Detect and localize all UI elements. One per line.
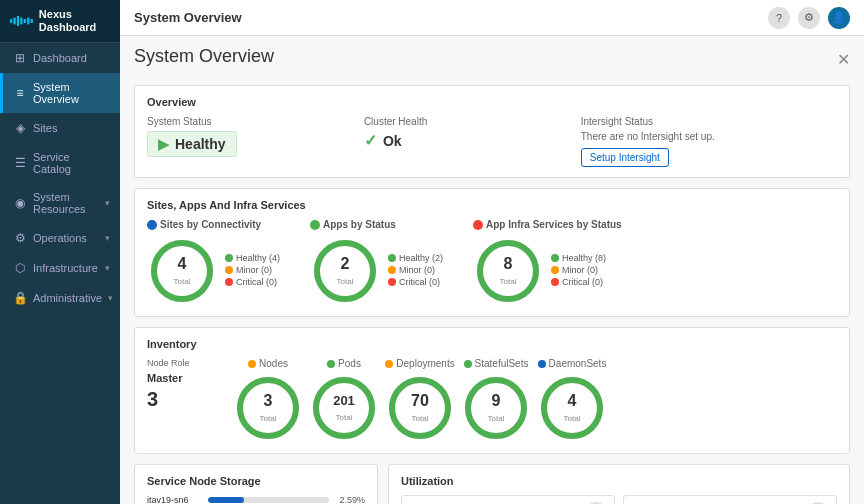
apps-donut-label: Apps by Status: [310, 219, 443, 230]
nodes-donut-wrap: 3 Total: [233, 373, 303, 443]
deployments-sublabel: Total: [412, 414, 429, 423]
header-icons: ? ⚙ 👤: [768, 7, 850, 29]
user-button[interactable]: 👤: [828, 7, 850, 29]
system-status-col: System Status ▶ Healthy: [147, 116, 364, 167]
sidebar-item-dashboard[interactable]: ⊞ Dashboard: [0, 43, 120, 73]
deployments-number: 70: [411, 391, 429, 410]
deployments-col: Deployments 70 Total: [385, 358, 455, 443]
sites-donut-sublabel: Total: [174, 277, 191, 286]
page-title: System Overview: [134, 46, 274, 67]
bottom-row: Service Node Storage itav19-sn6 2.59% it…: [134, 464, 850, 504]
inventory-section: Inventory Node Role Master 3 Nodes: [134, 327, 850, 454]
legend-healthy-sites: Healthy (4): [225, 253, 280, 263]
sidebar-item-system-overview[interactable]: ≡ System Overview: [0, 73, 120, 113]
storage-row-0: itav19-sn6 2.59%: [147, 495, 365, 504]
deployments-indicator-icon: [385, 360, 393, 368]
pods-donut-center: 201 Total: [333, 393, 355, 423]
administrative-icon: 🔒: [13, 291, 27, 305]
header-title: System Overview: [134, 10, 242, 25]
daemonsets-donut-center: 4 Total: [564, 391, 581, 425]
legend-healthy-apps: Healthy (2): [388, 253, 443, 263]
healthy-dot-icon: ▶: [158, 136, 169, 152]
minor-indicator-apps-icon: [388, 266, 396, 274]
overview-section-title: Overview: [147, 96, 837, 108]
sidebar-item-sites[interactable]: ◈ Sites: [0, 113, 120, 143]
sites-legend: Healthy (4) Minor (0) Critical (0): [225, 253, 280, 289]
pods-number: 201: [333, 393, 355, 409]
infra-donut-number: 8: [500, 254, 517, 273]
setup-intersight-button[interactable]: Setup Intersight: [581, 148, 669, 167]
critical-indicator-infra-icon: [551, 278, 559, 286]
storage-name-0: itav19-sn6: [147, 495, 202, 504]
daemonsets-number: 4: [564, 391, 581, 410]
inventory-title: Inventory: [147, 338, 837, 350]
legend-critical-sites: Critical (0): [225, 277, 280, 287]
sidebar-item-service-catalog[interactable]: ☰ Service Catalog: [0, 143, 120, 183]
sidebar-item-administrative[interactable]: 🔒 Administrative ▾: [0, 283, 120, 313]
content-area: System Overview ✕ Overview System Status…: [120, 36, 864, 504]
sidebar-item-infrastructure[interactable]: ⬡ Infrastructure ▾: [0, 253, 120, 283]
infra-legend: Healthy (8) Minor (0) Critical (0): [551, 253, 606, 289]
infra-indicator-icon: [473, 220, 483, 230]
system-overview-icon: ≡: [13, 86, 27, 100]
infra-donut-item: 8 Total Healthy (8) Minor (0): [473, 236, 622, 306]
pods-sublabel: Total: [336, 413, 353, 422]
pods-indicator-icon: [327, 360, 335, 368]
overview-section: Overview System Status ▶ Healthy Cluster…: [134, 85, 850, 178]
apps-indicator-icon: [310, 220, 320, 230]
settings-button[interactable]: ⚙: [798, 7, 820, 29]
deployments-donut-center: 70 Total: [411, 391, 429, 425]
app-name: Nexus Dashboard: [39, 8, 110, 34]
help-button[interactable]: ?: [768, 7, 790, 29]
intersight-label: Intersight Status: [581, 116, 817, 127]
sidebar-item-operations[interactable]: ⚙ Operations ▾: [0, 223, 120, 253]
header: System Overview ? ⚙ 👤: [120, 0, 864, 36]
legend-healthy-infra: Healthy (8): [551, 253, 606, 263]
sidebar-label-administrative: Administrative: [33, 292, 102, 304]
daemonsets-label: DaemonSets: [549, 358, 607, 369]
storage-section: Service Node Storage itav19-sn6 2.59% it…: [134, 464, 378, 504]
cluster-health-col: Cluster Health ✓ Ok: [364, 116, 581, 167]
nodes-sublabel: Total: [260, 414, 277, 423]
daemonsets-sublabel: Total: [564, 414, 581, 423]
statefulsets-col: StatefulSets 9 Total: [461, 358, 531, 443]
system-status-badge: ▶ Healthy: [147, 131, 237, 157]
intersight-col: Intersight Status There are no Intersigh…: [581, 116, 837, 167]
svg-rect-6: [31, 19, 33, 23]
legend-minor-infra: Minor (0): [551, 265, 606, 275]
pods-label: Pods: [338, 358, 361, 369]
sites-donut-wrap: 4 Total: [147, 236, 217, 306]
utilization-title: Utilization: [401, 475, 837, 487]
nodes-indicator-icon: [248, 360, 256, 368]
sites-donut-label: Sites by Connectivity: [147, 219, 280, 230]
legend-critical-apps: Critical (0): [388, 277, 443, 287]
legend-minor-sites: Minor (0): [225, 265, 280, 275]
apps-donut-wrap: 2 Total: [310, 236, 380, 306]
nodes-col: Nodes 3 Total: [233, 358, 303, 443]
svg-rect-0: [10, 19, 12, 23]
sidebar-item-system-resources[interactable]: ◉ System Resources ▾: [0, 183, 120, 223]
sites-by-connectivity-group: Sites by Connectivity 4 Total: [147, 219, 280, 306]
chevron-down-icon-infra: ▾: [105, 263, 110, 273]
apps-donut-number: 2: [337, 254, 354, 273]
apps-by-status-group: Apps by Status 2 Total: [310, 219, 443, 306]
system-status-value: Healthy: [175, 136, 226, 152]
util-charts: CPU 16.91 of 120 Cores 14%: [401, 495, 837, 504]
storage-items: itav19-sn6 2.59% itav19-sn4 2.52%: [147, 495, 365, 504]
node-role-header: Node Role: [147, 358, 227, 368]
storage-pct-0: 2.59%: [335, 495, 365, 504]
node-role-count: 3: [147, 388, 227, 411]
overview-row: System Status ▶ Healthy Cluster Health ✓…: [147, 116, 837, 167]
ok-circle-icon: ✓: [364, 131, 377, 150]
pods-col: Pods 201 Total: [309, 358, 379, 443]
apps-donut-item: 2 Total Healthy (2) Minor (0): [310, 236, 443, 306]
close-page-icon[interactable]: ✕: [837, 50, 850, 69]
sites-icon: ◈: [13, 121, 27, 135]
cluster-health-badge: ✓ Ok: [364, 131, 402, 150]
apps-donut-sublabel: Total: [337, 277, 354, 286]
apps-legend: Healthy (2) Minor (0) Critical (0): [388, 253, 443, 289]
daemonsets-donut-wrap: 4 Total: [537, 373, 607, 443]
infra-donut-label: App Infra Services by Status: [473, 219, 622, 230]
sidebar-label-dashboard: Dashboard: [33, 52, 110, 64]
sidebar-label-system-overview: System Overview: [33, 81, 110, 105]
